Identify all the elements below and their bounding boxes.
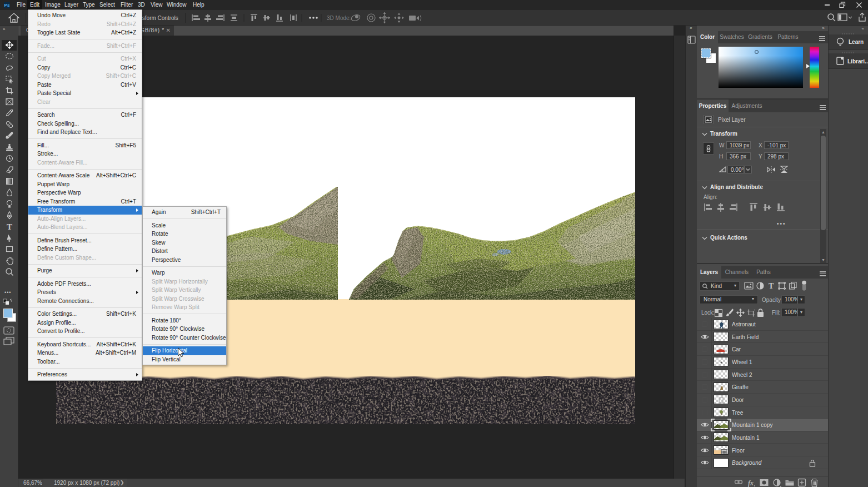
svg-text:fx: fx bbox=[748, 479, 754, 487]
svg-text:T: T bbox=[6, 222, 12, 231]
svg-text:T: T bbox=[769, 282, 774, 290]
